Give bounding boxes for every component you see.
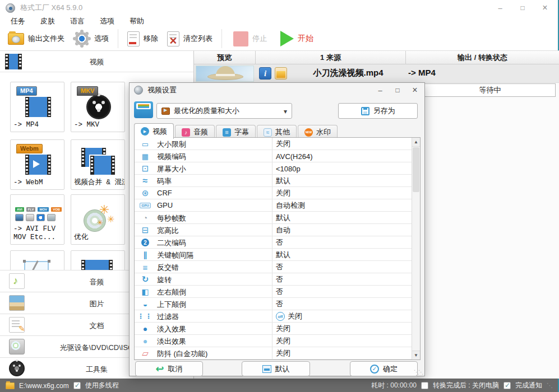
card-partial[interactable] (10, 250, 64, 270)
setting-value: 关闭 (288, 311, 302, 321)
fade-in-icon (135, 323, 156, 335)
close-icon[interactable] (538, 2, 552, 13)
column-source[interactable]: 1 来源 (256, 51, 406, 64)
card-to-mp4[interactable]: MP4 -> MP4 (10, 82, 64, 132)
menu-language[interactable]: 语言 (70, 16, 85, 26)
folder-icon[interactable] (6, 382, 15, 389)
save-as-button[interactable]: 另存为 (338, 103, 418, 119)
column-preview[interactable]: 预览 (194, 51, 256, 64)
media-info-icon[interactable]: i (259, 67, 271, 80)
dialog-close-icon[interactable] (410, 86, 420, 95)
setting-row-two-pass[interactable]: 二次编码 否 (135, 236, 420, 249)
quality-profile-value: 最优化的质量和大小 (174, 106, 280, 116)
options-label: 选项 (94, 34, 109, 44)
sidebar-header-video[interactable]: 视频 (0, 51, 193, 72)
gear-icon (75, 32, 89, 45)
maximize-icon[interactable] (515, 2, 530, 13)
card-to-mkv[interactable]: MKV -> MKV (71, 82, 125, 132)
dialog-maximize-icon[interactable] (392, 86, 403, 95)
setting-row-keyframe-interval[interactable]: 关键帧间隔 默认 (135, 249, 420, 261)
thumbnail-hat-shape (216, 74, 235, 76)
card-to-webm[interactable]: Webm -> WebM (10, 139, 64, 190)
output-folder-button[interactable]: 输出文件夹 (6, 29, 67, 49)
waves-icon (135, 175, 156, 187)
setting-row-filter[interactable]: 过滤器 关闭 (135, 310, 420, 323)
menu-help[interactable]: 帮助 (130, 16, 144, 26)
stop-label: 停止 (252, 34, 267, 44)
scroll-down-icon[interactable] (412, 351, 420, 360)
toolbar: 输出文件夹 选项 移除 清空列表 停止 开始 (0, 27, 558, 50)
open-folder-icon[interactable] (275, 67, 287, 80)
setting-row-video-encoder[interactable]: 视频编码 AVC(H264) (135, 150, 420, 162)
remove-document-icon (127, 31, 140, 46)
dialog-minimize-icon[interactable] (375, 86, 385, 95)
card-label: 优化 (74, 234, 88, 242)
back-arrow-icon (155, 363, 164, 375)
deinterlace-icon (135, 261, 156, 273)
setting-value: 关闭 (276, 188, 290, 198)
setting-row-stabilize[interactable]: 防抖 (白金功能) 关闭 (135, 347, 420, 360)
menu-skin[interactable]: 皮肤 (40, 16, 55, 26)
shutdown-checkbox[interactable] (421, 382, 428, 389)
setting-row-screen-size[interactable]: 屏幕大小 <1080p (135, 162, 420, 175)
vob-badge: VOB (51, 207, 62, 212)
card-label: -> AVI FLV MOV Etc... (13, 225, 56, 242)
card-label: -> MP4 (13, 121, 39, 130)
setting-row-fps[interactable]: 每秒帧数 默认 (135, 212, 420, 224)
setting-label: 旋转 (157, 275, 172, 285)
default-button[interactable]: 默认 (242, 361, 310, 376)
setting-row-fade-out[interactable]: 淡出效果 关闭 (135, 335, 420, 347)
card-video-merge[interactable]: 视频合并 & 混流 (71, 139, 125, 190)
card-optimize[interactable]: ✳ ✳ ✳ 优化 (71, 194, 125, 245)
notify-checkbox[interactable] (503, 382, 511, 389)
setting-row-deinterlace[interactable]: 反交错 否 (135, 261, 420, 273)
mkv-badge: MKV (77, 86, 98, 96)
setting-row-gpu[interactable]: GPU 自动检测 (135, 199, 420, 212)
start-button[interactable]: 开始 (278, 29, 316, 49)
scrollbar-thumb[interactable] (413, 147, 419, 192)
ok-button[interactable]: 确定 (350, 361, 418, 376)
filmstrip-icon (90, 156, 115, 175)
minimize-icon[interactable] (493, 2, 507, 13)
sliders-tab-icon (264, 128, 272, 137)
aspect-ratio-icon (135, 224, 156, 236)
tab-label: 音频 (193, 127, 208, 137)
card-label: -> MKV (74, 121, 99, 130)
preview-thumbnail[interactable] (196, 66, 254, 82)
multithread-checkbox[interactable] (73, 382, 81, 389)
video-settings-list: 大小限制 关闭 视频编码 AVC(H264) 屏幕大小 <1080p 码率 默认… (134, 137, 421, 360)
scrollbar[interactable] (412, 138, 420, 360)
setting-label: 宽高比 (157, 226, 179, 236)
clear-list-button[interactable]: 清空列表 (165, 29, 215, 49)
quality-profile-select[interactable]: 最优化的质量和大小 (156, 103, 292, 119)
setting-row-aspect-ratio[interactable]: 宽高比 自动 (135, 224, 420, 236)
dialog-resize-grip[interactable] (414, 369, 423, 375)
card-partial[interactable] (71, 250, 125, 270)
menu-task[interactable]: 任务 (11, 16, 25, 26)
cancel-button[interactable]: 取消 (135, 361, 203, 376)
setting-row-flip-vertical[interactable]: 上下颠倒 否 (135, 298, 420, 310)
tab-video[interactable]: 视频 (134, 123, 174, 139)
stop-button[interactable]: 停止 (231, 29, 269, 49)
setting-row-flip-horizontal[interactable]: 左右颠倒 否 (135, 286, 420, 298)
dialog-app-icon (134, 86, 143, 95)
setting-label: 码率 (157, 176, 172, 186)
column-output-status[interactable]: 输出 / 转换状态 (406, 51, 559, 64)
remove-button[interactable]: 移除 (125, 29, 160, 49)
scroll-up-icon[interactable] (412, 138, 420, 147)
setting-label: 每秒帧数 (157, 213, 186, 223)
card-to-avi-flv-mov[interactable]: AVI FLV MOV VOB -> AVI FLV MOV Etc... (10, 194, 64, 245)
setting-label: 左右颠倒 (157, 287, 186, 297)
setting-row-rotate[interactable]: 旋转 否 (135, 273, 420, 286)
audio-tab-icon (182, 128, 190, 137)
queue-row[interactable]: i 小刀洗澡视频.mp4 -> MP4 (194, 64, 559, 83)
setting-row-bitrate[interactable]: 码率 默认 (135, 175, 420, 187)
setting-row-fade-in[interactable]: 淡入效果 关闭 (135, 323, 420, 335)
watermark-tab-icon (304, 128, 313, 137)
setting-row-size-limit[interactable]: 大小限制 关闭 (135, 138, 420, 150)
options-button[interactable]: 选项 (71, 29, 111, 49)
resize-grip[interactable]: ⋱ (547, 382, 552, 389)
clear-list-icon (167, 31, 179, 46)
setting-row-crf[interactable]: CRF 关闭 (135, 187, 420, 199)
menu-options[interactable]: 选项 (100, 16, 114, 26)
